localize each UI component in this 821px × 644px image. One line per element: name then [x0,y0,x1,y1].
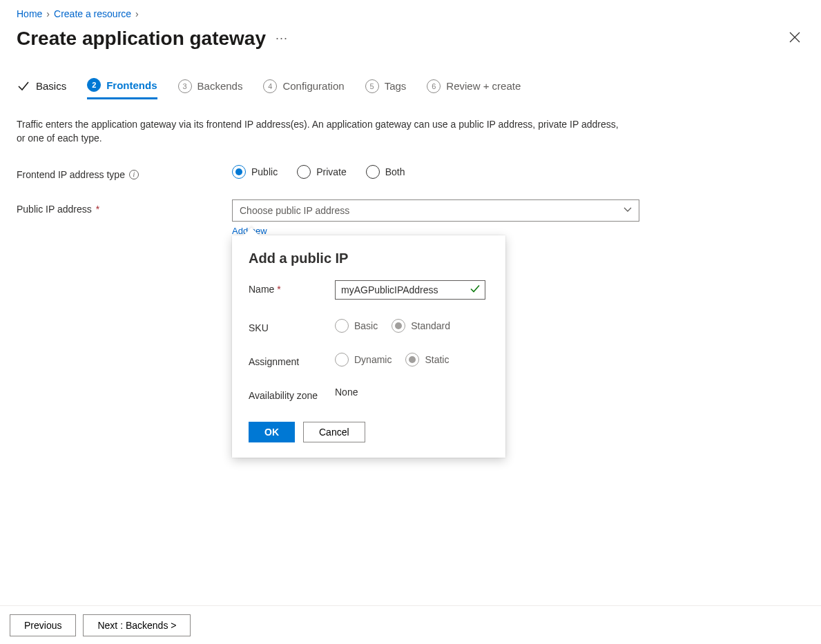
next-button[interactable]: Next : Backends > [83,614,191,636]
radio-public[interactable]: Public [232,165,278,179]
chevron-right-icon: › [135,8,139,19]
name-field-label: Name [249,284,274,295]
more-actions-icon[interactable]: ··· [276,31,288,46]
availability-zone-label: Availability zone [249,387,335,401]
tab-basics-label: Basics [36,80,66,92]
tab-backends-label: Backends [197,80,243,92]
previous-button[interactable]: Previous [10,614,76,636]
chevron-right-icon: › [46,8,50,19]
public-ip-dropdown[interactable]: Choose public IP address [232,199,639,222]
public-ip-label: Public IP address [17,204,92,215]
tab-configuration-label: Configuration [282,80,344,92]
page-title: Create application gateway [17,28,266,50]
radio-private[interactable]: Private [297,165,347,179]
radio-sku-standard-label: Standard [411,320,450,331]
tab-frontends-label: Frontends [106,79,157,91]
radio-sku-basic-label: Basic [354,320,378,331]
sku-label: SKU [249,319,335,333]
cancel-button[interactable]: Cancel [303,422,365,442]
required-asterisk-icon: * [277,284,280,295]
wizard-footer: Previous Next : Backends > [0,605,821,644]
radio-sku-standard: Standard [392,319,450,333]
chevron-down-icon [624,205,632,216]
add-public-ip-popup: Add a public IP Name * [232,235,505,458]
frontend-ip-type-label: Frontend IP address type [17,169,125,180]
assignment-label: Assignment [249,353,335,367]
tab-number-icon: 3 [178,79,192,93]
radio-both-label: Both [385,166,405,177]
checkmark-icon [470,284,480,295]
tab-number-icon: 6 [427,79,441,93]
breadcrumb: Home › Create a resource › [17,8,804,19]
radio-public-label: Public [251,166,278,177]
tab-basics[interactable]: Basics [17,79,66,99]
info-icon[interactable]: i [129,170,139,179]
wizard-tabs: Basics 2 Frontends 3 Backends 4 Configur… [17,78,804,99]
radio-both[interactable]: Both [366,165,405,179]
availability-zone-value: None [335,387,489,398]
tab-review-create[interactable]: 6 Review + create [427,79,521,99]
checkmark-icon [17,79,30,93]
tab-tags[interactable]: 5 Tags [365,79,407,99]
breadcrumb-home[interactable]: Home [17,8,42,19]
radio-assign-static: Static [405,353,449,367]
tab-number-icon: 5 [365,79,379,93]
popup-title: Add a public IP [249,251,489,266]
radio-private-label: Private [316,166,347,177]
tab-frontends[interactable]: 2 Frontends [87,78,157,99]
ok-button[interactable]: OK [249,422,295,442]
tab-number-icon: 2 [87,78,101,92]
tab-description: Traffic enters the application gateway v… [17,117,624,146]
public-ip-dropdown-placeholder: Choose public IP address [240,205,349,216]
tab-backends[interactable]: 3 Backends [178,79,243,99]
breadcrumb-create-resource[interactable]: Create a resource [54,8,131,19]
radio-assign-static-label: Static [425,354,449,365]
tab-number-icon: 4 [263,79,277,93]
name-input[interactable] [335,280,485,300]
required-asterisk-icon: * [96,204,99,215]
radio-sku-basic: Basic [335,319,378,333]
close-icon[interactable] [785,26,804,50]
tab-review-label: Review + create [446,80,521,92]
radio-assign-dynamic: Dynamic [335,353,392,367]
tab-tags-label: Tags [385,80,407,92]
tab-configuration[interactable]: 4 Configuration [263,79,344,99]
radio-assign-dynamic-label: Dynamic [354,354,392,365]
